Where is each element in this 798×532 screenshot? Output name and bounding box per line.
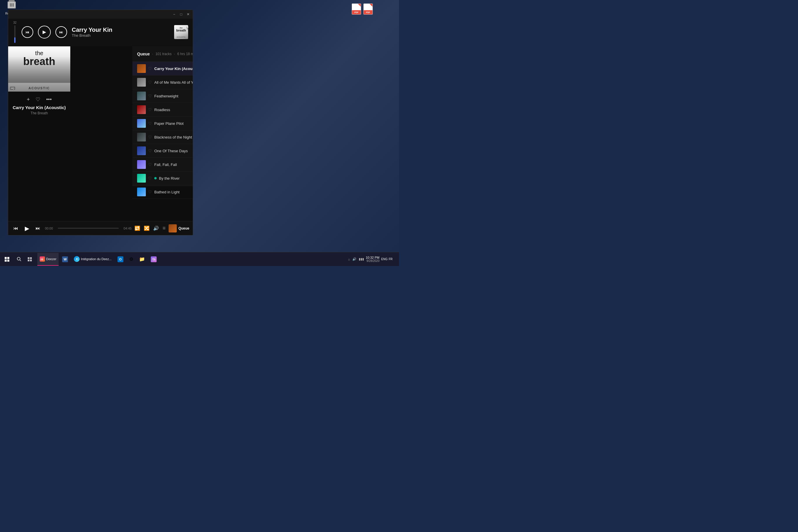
svg-line-1 — [20, 260, 21, 261]
desktop: RecyclingBin PDF PDF − □ — [0, 0, 399, 266]
track-thumbnail — [137, 174, 146, 183]
track-thumbnail — [137, 188, 146, 196]
track-heart[interactable]: ♡ — [148, 66, 152, 71]
favorite-button[interactable]: ♡ — [36, 96, 40, 103]
queue-item[interactable]: ♡ One Of These Days Bedouine 02:58 — [132, 144, 193, 158]
close-button[interactable]: ✕ — [186, 12, 190, 17]
song-info: Carry Your Kin The Breath — [72, 26, 169, 38]
window-titlebar: − □ ✕ — [8, 10, 193, 19]
track-heart[interactable]: ♡ — [148, 149, 152, 153]
taskbar-store[interactable]: 🛍 — [149, 253, 159, 266]
taskbar-edge[interactable]: e Intégration du Deez... — [72, 253, 114, 266]
queue-item[interactable]: ♡ All of Me Wants All of You ✏ Sufjan St… — [132, 76, 193, 89]
taskbar-search[interactable] — [14, 254, 24, 265]
playback-bar: ⏮ ▶ ⏭ 00:00 04:45 🔁 🔀 🔊 ≡ Queue — [8, 221, 193, 235]
minimize-button[interactable]: − — [172, 12, 176, 17]
deezer-taskbar-label: Deezer — [46, 257, 56, 261]
taskbar-settings[interactable]: ⚙ — [127, 253, 136, 266]
queue-item[interactable]: ♡ Paper Plane Pilot Sean Christopher 03:… — [132, 117, 193, 130]
queue-title: Queue — [137, 52, 150, 56]
queue-item[interactable]: ♡ By the River ✏ Pi Ja Ma 03:56 — [132, 171, 193, 185]
track-name: Paper Plane Pilot — [154, 121, 193, 126]
track-name: One Of These Days — [154, 149, 193, 153]
progress-bar[interactable] — [58, 228, 119, 229]
start-button[interactable] — [0, 252, 14, 266]
track-name: By the River — [159, 176, 193, 180]
chevron-down-button[interactable]: ∨ — [186, 25, 189, 31]
system-clock[interactable]: 10:32 PM 9/28/2020 — [366, 256, 379, 263]
queue-separator: · — [152, 52, 153, 56]
svg-rect-2 — [28, 257, 30, 259]
repeat-icon[interactable]: 🔁 — [134, 226, 140, 231]
track-thumbnail — [137, 160, 146, 169]
queue-header: Queue · 101 tracks · 6 hrs 18 mins Add t… — [132, 46, 193, 62]
player-top: 32 ⏮ ▶ ⏭ Carry Your Kin The Breath the — [8, 19, 193, 46]
track-heart[interactable]: ♡ — [148, 162, 152, 167]
track-heart[interactable]: ♡ — [148, 176, 152, 180]
pb-next-button[interactable]: ⏭ — [34, 224, 42, 232]
next-button[interactable]: ⏭ — [55, 26, 67, 38]
eq-icon[interactable]: ≡ — [163, 225, 166, 231]
track-thumbnail — [137, 78, 146, 87]
pb-prev-button[interactable]: ⏮ — [12, 224, 20, 232]
add-button[interactable]: + — [27, 97, 30, 103]
queue-item[interactable]: ♡ Carry Your Kin (Acoustic) The Breath 0… — [132, 62, 193, 76]
track-thumbnail — [137, 92, 146, 100]
pdf-icon-1[interactable]: PDF — [352, 3, 361, 15]
maximize-button[interactable]: □ — [179, 12, 184, 17]
track-heart[interactable]: ♡ — [148, 94, 152, 98]
queue-thumb-icon — [169, 224, 177, 232]
task-view-button[interactable] — [24, 254, 35, 265]
current-song-title: Carry Your Kin (Acoustic) — [8, 105, 70, 110]
track-name: Bathed in Light — [154, 190, 193, 194]
time-total: 04:45 — [121, 227, 132, 230]
queue-item[interactable]: ♡ Blackness of the Night ✏ Yusuf / Cat S… — [132, 130, 193, 144]
network-icon[interactable]: ⌂ — [348, 258, 350, 261]
track-name: Carry Your Kin (Acoustic) — [154, 66, 193, 71]
taskbar-outlook[interactable]: O — [115, 253, 126, 266]
sound-icon[interactable]: 🔊 — [352, 257, 356, 261]
region-label: FR — [389, 258, 393, 261]
track-name: Blackness of the Night — [154, 135, 193, 139]
taskbar-files[interactable]: 📁 — [137, 253, 147, 266]
song-artist: The Breath — [72, 33, 169, 38]
right-panel: Queue · 101 tracks · 6 hrs 18 mins Add t… — [132, 46, 193, 186]
volume-number: 32 — [13, 21, 16, 24]
queue-duration: 6 hrs 18 mins — [177, 52, 193, 56]
queue-item[interactable]: ♡ Featherweight Fleet Foxes 03:50 — [132, 89, 193, 103]
svg-rect-9 — [42, 260, 43, 260]
svg-rect-10 — [42, 259, 43, 259]
track-heart[interactable]: ♡ — [148, 190, 152, 194]
prev-button[interactable]: ⏮ — [22, 26, 33, 38]
volume-bar[interactable]: 32 — [13, 21, 17, 43]
queue-button[interactable]: Queue — [169, 224, 189, 232]
track-heart[interactable]: ♡ — [148, 80, 152, 84]
taskbar-word[interactable]: W — [60, 253, 70, 266]
deezer-window: − □ ✕ 32 ⏮ ▶ ⏭ Carry Your Kin The Bre — [8, 10, 193, 235]
notification-area[interactable] — [394, 254, 397, 265]
deezer-app-icon — [40, 256, 45, 262]
queue-item[interactable]: ♡ Fall, Fall, Fall Caamp 04:41 — [132, 158, 193, 171]
playing-indicator — [154, 177, 157, 179]
shuffle-icon[interactable]: 🔀 — [144, 226, 150, 231]
play-button[interactable]: ▶ — [38, 26, 51, 38]
current-song-artist: The Breath — [8, 111, 70, 115]
queue-track-count: 101 tracks — [155, 52, 171, 56]
playback-controls: ⏮ ▶ ⏭ — [22, 26, 67, 38]
svg-rect-11 — [42, 258, 43, 259]
volume-icon[interactable]: 🔊 — [153, 226, 159, 231]
battery-icon: ▮▮▮ — [359, 257, 364, 261]
track-name: Featherweight — [154, 94, 193, 98]
volume-slider[interactable] — [14, 25, 16, 43]
track-heart[interactable]: ♡ — [148, 121, 152, 126]
queue-item[interactable]: ♡ Bathed in Light Josienne Clarke and...… — [132, 185, 193, 199]
track-heart[interactable]: ♡ — [148, 135, 152, 139]
pb-play-button[interactable]: ▶ — [23, 224, 31, 232]
clock-time: 10:32 PM — [366, 256, 379, 259]
more-button[interactable]: ••• — [46, 97, 52, 103]
track-heart[interactable]: ♡ — [148, 107, 152, 112]
pdf-icon-2[interactable]: PDF — [363, 3, 373, 15]
queue-item[interactable]: ♡ Roadless ✏ Frightened Rabbit 02:52 — [132, 103, 193, 117]
taskbar-deezer[interactable]: Deezer — [37, 253, 59, 266]
track-thumbnail — [137, 147, 146, 155]
